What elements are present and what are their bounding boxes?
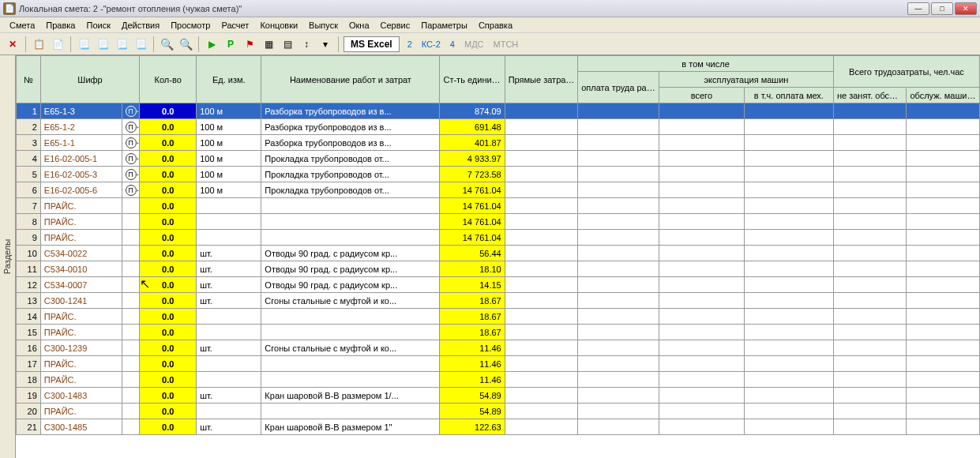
row-qty[interactable]: 0.0 — [140, 182, 197, 198]
row-vsego[interactable] — [659, 214, 744, 230]
row-unit[interactable] — [197, 230, 261, 246]
row-shifr[interactable]: C300-1485 — [40, 419, 122, 435]
row-name[interactable]: Разборка трубопроводов из в... — [261, 103, 440, 119]
menu-сервис[interactable]: Сервис — [376, 19, 415, 32]
row-nz[interactable] — [833, 151, 907, 167]
row-shifr[interactable]: ПРАЙС. — [40, 214, 122, 230]
row-obs[interactable] — [907, 246, 980, 261]
doc2-icon[interactable]: 📃 — [95, 36, 111, 52]
row-vsego[interactable] — [659, 198, 744, 214]
row-vsego[interactable] — [659, 388, 744, 404]
row-pi-icon[interactable]: П — [122, 151, 140, 167]
row-unit[interactable]: шт. — [197, 261, 261, 277]
minimize-button[interactable]: — — [907, 2, 929, 15]
row-unit[interactable] — [197, 198, 261, 214]
row-obs[interactable] — [907, 119, 980, 135]
row-mech[interactable] — [744, 404, 833, 419]
row-shifr[interactable]: ПРАЙС. — [40, 404, 122, 419]
row-mech[interactable] — [744, 309, 833, 325]
menu-правка[interactable]: Правка — [41, 19, 80, 32]
row-obs[interactable] — [907, 419, 980, 435]
row-shifr[interactable]: ПРАЙС. — [40, 325, 122, 340]
row-nz[interactable] — [833, 119, 907, 135]
row-name[interactable] — [261, 372, 440, 388]
row-direct[interactable] — [505, 182, 578, 198]
row-cost[interactable]: 874.09 — [440, 103, 505, 119]
row-nz[interactable] — [833, 325, 907, 340]
row-unit[interactable]: шт. — [197, 293, 261, 309]
row-nz[interactable] — [833, 246, 907, 261]
row-labor[interactable] — [578, 356, 659, 372]
row-cost[interactable]: 14.15 — [440, 277, 505, 293]
row-qty[interactable]: 0.0 — [140, 356, 197, 372]
row-direct[interactable] — [505, 246, 578, 261]
row-shifr[interactable]: ПРАЙС. — [40, 356, 122, 372]
row-pi-icon[interactable]: П — [122, 167, 140, 182]
row-cost[interactable]: 691.48 — [440, 119, 505, 135]
row-unit[interactable] — [197, 356, 261, 372]
row-mech[interactable] — [744, 277, 833, 293]
row-mech[interactable] — [744, 103, 833, 119]
row-unit[interactable]: 100 м — [197, 151, 261, 167]
row-direct[interactable] — [505, 151, 578, 167]
row-vsego[interactable] — [659, 135, 744, 151]
row-unit[interactable] — [197, 404, 261, 419]
row-vsego[interactable] — [659, 103, 744, 119]
table-row[interactable]: 18ПРАЙС.0.011.46 — [17, 372, 980, 388]
row-unit[interactable]: 100 м — [197, 103, 261, 119]
row-name[interactable] — [261, 198, 440, 214]
row-nz[interactable] — [833, 135, 907, 151]
row-unit[interactable]: 100 м — [197, 119, 261, 135]
doc4-icon[interactable]: 📃 — [133, 36, 148, 52]
row-direct[interactable] — [505, 261, 578, 277]
row-qty[interactable]: 0.0 — [140, 198, 197, 214]
row-labor[interactable] — [578, 404, 659, 419]
row-direct[interactable] — [505, 372, 578, 388]
row-shifr[interactable]: E16-02-005-3 — [40, 167, 122, 182]
row-vsego[interactable] — [659, 167, 744, 182]
row-nz[interactable] — [833, 182, 907, 198]
row-unit[interactable]: шт. — [197, 277, 261, 293]
row-vsego[interactable] — [659, 119, 744, 135]
table-row[interactable]: 11C534-00100.0шт.Отводы 90 град. с радиу… — [17, 261, 980, 277]
row-unit[interactable] — [197, 214, 261, 230]
row-labor[interactable] — [578, 419, 659, 435]
table-row[interactable]: 14ПРАЙС.0.018.67 — [17, 309, 980, 325]
row-cost[interactable]: 11.46 — [440, 372, 505, 388]
row-qty[interactable]: 0.0 — [140, 261, 197, 277]
row-cost[interactable]: 122.63 — [440, 419, 505, 435]
row-unit[interactable]: шт. — [197, 388, 261, 404]
row-labor[interactable] — [578, 214, 659, 230]
row-cost[interactable]: 18.67 — [440, 325, 505, 340]
row-vsego[interactable] — [659, 277, 744, 293]
row-obs[interactable] — [907, 404, 980, 419]
table-row[interactable]: 10C534-00220.0шт.Отводы 90 град. с радиу… — [17, 246, 980, 261]
row-labor[interactable] — [578, 309, 659, 325]
row-nz[interactable] — [833, 277, 907, 293]
row-unit[interactable] — [197, 372, 261, 388]
row-unit[interactable]: шт. — [197, 419, 261, 435]
row-direct[interactable] — [505, 293, 578, 309]
maximize-button[interactable]: □ — [931, 2, 953, 15]
row-obs[interactable] — [907, 325, 980, 340]
row-obs[interactable] — [907, 388, 980, 404]
header-num[interactable]: № — [17, 56, 41, 103]
row-direct[interactable] — [505, 103, 578, 119]
row-qty[interactable]: 0.0 — [140, 388, 197, 404]
row-nz[interactable] — [833, 261, 907, 277]
row-name[interactable]: Сгоны стальные с муфтой и ко... — [261, 340, 440, 356]
table-row[interactable]: 16C300-12390.0шт.Сгоны стальные с муфтой… — [17, 340, 980, 356]
row-shifr[interactable]: ПРАЙС. — [40, 230, 122, 246]
row-mech[interactable] — [744, 340, 833, 356]
row-cost[interactable]: 56.44 — [440, 246, 505, 261]
delete-icon[interactable]: ✕ — [5, 36, 21, 52]
row-obs[interactable] — [907, 167, 980, 182]
row-name[interactable]: Отводы 90 град. с радиусом кр... — [261, 261, 440, 277]
row-cost[interactable]: 18.67 — [440, 309, 505, 325]
table-row[interactable]: 17ПРАЙС.0.011.46 — [17, 356, 980, 372]
row-cost[interactable]: 14 761.04 — [440, 198, 505, 214]
table-row[interactable]: 2E65-1-2П0.0100 мРазборка трубопроводов … — [17, 119, 980, 135]
row-qty[interactable]: 0.0 — [140, 372, 197, 388]
row-obs[interactable] — [907, 182, 980, 198]
row-mech[interactable] — [744, 388, 833, 404]
